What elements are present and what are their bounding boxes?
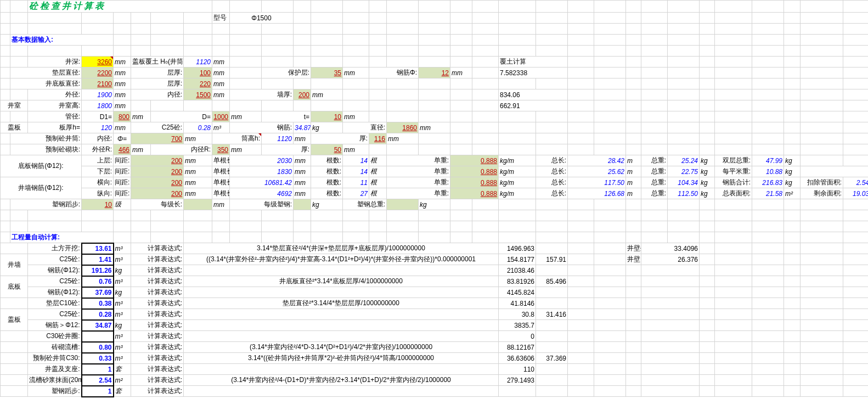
qty-label: 井盖及支座: [28, 364, 82, 375]
formula: ((3.14*(井室外径²-井室内径²)/4)*井室高-3.14*(D1²+D²… [184, 254, 499, 265]
formula [184, 364, 499, 375]
qty-value: 34.87 [82, 320, 114, 331]
qty-label: 钢筋＞Φ12: [28, 320, 82, 331]
formula: (3.14*井室内径²/4-(D1+D)*井室内径/2+3.14*(D1+D)/… [184, 375, 499, 386]
formula: 3.14*垫层直径²/4*(井深+垫层层厚+底板层厚)/1000000000 [184, 243, 499, 254]
qty-value: 0.38 [82, 298, 114, 309]
qty-value: 0.76 [82, 276, 114, 287]
formula: 井底板直径²*3.14*底板层厚/4/1000000000 [184, 276, 499, 287]
qty-value: 37.69 [82, 287, 114, 298]
qty-label: 钢筋(Φ12): [28, 287, 82, 298]
qty-value: 2.54 [82, 375, 114, 386]
qty-value: 1 [82, 364, 114, 375]
cover-h0-lbl: 盖板覆土 H₀(井筒高)= [131, 57, 184, 68]
qty-label: 砖砌流槽: [28, 342, 82, 353]
model: Φ1500 [230, 13, 294, 24]
formula [184, 287, 499, 298]
model-lbl: 型号： [212, 13, 230, 24]
formula: (3.14*井室内径²/4*D-3.14*(D²+D1²)/4/2*井室内径)/… [184, 342, 499, 353]
qty-value: 13.61 [82, 243, 114, 254]
formula [184, 309, 499, 320]
qty-label: 流槽砂浆抹面(20mm): [28, 375, 82, 386]
qty-value: 1 [82, 386, 114, 397]
qty-label: 钢筋(Φ12): [28, 265, 82, 276]
qty-label: C25砼: [28, 276, 82, 287]
well-depth[interactable]: 3260 [82, 57, 114, 68]
spreadsheet[interactable]: 砼 检 查 井 计 算 表型号：Φ1500基本数据输入:井深:3260mm盖板覆… [0, 0, 868, 397]
qty-label: 塑钢蹈步: [28, 386, 82, 397]
qty-label: 预制砼井筒C30: [28, 353, 82, 364]
qty-value [82, 331, 114, 342]
qty-label: C25砼: [28, 254, 82, 265]
qty-label: 垫层C10砼: [28, 298, 82, 309]
cover-calc: 覆土计算 [499, 57, 568, 68]
qty-value: 0.33 [82, 353, 114, 364]
qty-label: C25砼: [28, 309, 82, 320]
qty-value: 1.41 [82, 254, 114, 265]
formula [184, 320, 499, 331]
section-auto: 工程量自动计算: [10, 232, 114, 243]
formula: 3.14*((砼井筒内径+井筒厚*2)²-砼井筒内径²)/4*筒高/100000… [184, 353, 499, 364]
qty-label: 土方开挖: [28, 243, 82, 254]
qty-value: 191.26 [82, 265, 114, 276]
qty-label: C30砼井圈: [28, 331, 82, 342]
formula: 垫层直径²*3.14/4*垫层层厚/1000000000 [184, 298, 499, 309]
formula [184, 265, 499, 276]
formula [184, 331, 499, 342]
title: 砼 检 查 井 计 算 表 [28, 1, 212, 13]
formula [184, 386, 499, 397]
section-input: 基本数据输入: [10, 35, 114, 46]
qty-value: 0.80 [82, 342, 114, 353]
qty-value: 0.28 [82, 309, 114, 320]
